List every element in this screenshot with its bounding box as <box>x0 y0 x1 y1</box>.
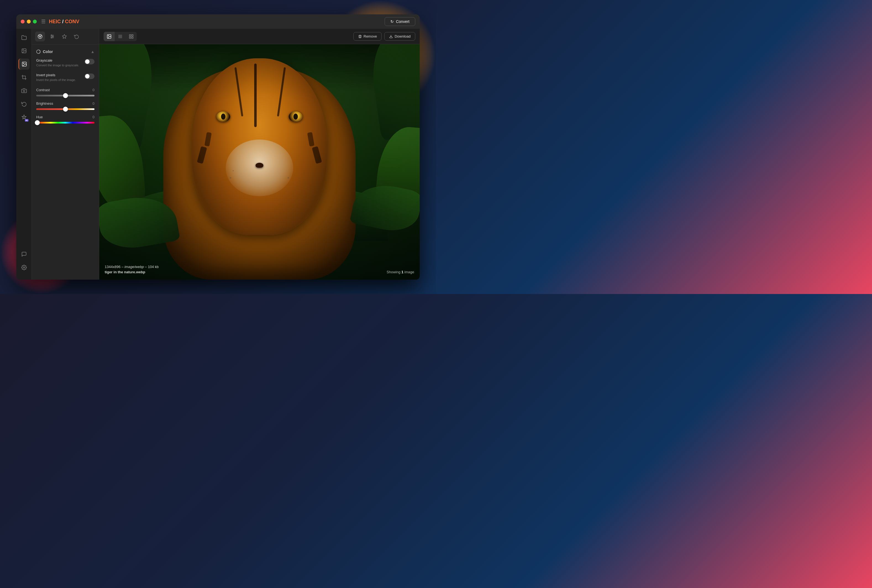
hue-slider-header: Hue 0 <box>36 115 94 119</box>
convert-icon: ↻ <box>390 20 394 24</box>
contrast-label: Contrast <box>36 88 50 92</box>
main-content: AI <box>16 29 420 280</box>
app-window: ☰ HEIC / CONV ↻ Convert <box>16 14 420 280</box>
app-title-conv: CONV <box>65 19 79 24</box>
titlebar-actions: ↻ Convert <box>385 17 415 26</box>
download-icon <box>389 34 393 38</box>
view-grid-button[interactable] <box>126 32 137 41</box>
brightness-slider-track[interactable] <box>36 108 94 110</box>
image-container: 1344x896 – image/webp – 104 kb tiger in … <box>99 44 420 280</box>
edit-panel: Color ▲ Grayscale Convert the image to g… <box>32 29 99 280</box>
traffic-lights <box>21 20 37 24</box>
image-dimensions: 1344x896 <box>105 265 120 269</box>
panel-tab-history[interactable] <box>72 32 81 42</box>
stripe-forehead-center <box>254 63 257 127</box>
image-toolbar-actions: Remove Download <box>354 32 415 40</box>
brightness-label: Brightness <box>36 101 53 105</box>
stripe-cheek-left-1 <box>197 146 207 164</box>
hue-value: 0 <box>93 115 94 119</box>
contrast-slider-header: Contrast 0 <box>36 88 94 92</box>
image-toolbar: Remove Download <box>99 29 420 44</box>
view-list-button[interactable] <box>115 32 126 41</box>
grayscale-toggle[interactable] <box>85 59 94 64</box>
collapse-color-icon[interactable]: ▲ <box>91 50 94 54</box>
hue-slider-thumb[interactable] <box>35 120 40 125</box>
showing-label: Showing <box>387 270 401 274</box>
svg-point-5 <box>23 267 25 268</box>
sidebar-item-rotate[interactable] <box>18 98 30 110</box>
remove-label: Remove <box>364 34 377 38</box>
invert-desc: Invert the pixels of the image. <box>36 78 76 82</box>
sidebar-item-chat[interactable] <box>18 249 30 260</box>
whisker-dot-2 <box>233 170 234 171</box>
hamburger-menu-icon[interactable]: ☰ <box>41 18 46 25</box>
app-title: HEIC / CONV <box>49 19 79 25</box>
image-info-overlay: 1344x896 – image/webp – 104 kb tiger in … <box>105 265 159 274</box>
maximize-button[interactable] <box>33 20 37 24</box>
svg-point-15 <box>51 37 52 38</box>
whisker-dot-3 <box>288 177 289 178</box>
grayscale-desc: Convert the image to grayscale. <box>36 63 79 68</box>
image-info-size: 1344x896 – image/webp – 104 kb <box>105 265 159 269</box>
image-count-overlay: Showing 1 image <box>387 270 414 274</box>
image-info-sep1: – <box>121 265 124 269</box>
panel-tab-color[interactable] <box>35 32 45 42</box>
panel-top-icons <box>32 29 99 43</box>
sidebar-item-camera[interactable] <box>18 85 30 96</box>
sidebar-item-settings[interactable] <box>18 262 30 273</box>
tiger-muzzle <box>226 140 293 196</box>
view-buttons <box>103 32 137 41</box>
brightness-slider-thumb[interactable] <box>63 106 68 112</box>
hue-slider-section: Hue 0 <box>36 115 94 123</box>
convert-label: Convert <box>396 20 409 24</box>
svg-rect-26 <box>132 37 133 38</box>
sidebar-bottom <box>18 249 30 276</box>
brightness-value: 0 <box>93 101 94 105</box>
svg-point-8 <box>40 36 41 36</box>
brightness-slider-section: Brightness 0 <box>36 101 94 110</box>
image-area: Remove Download <box>99 29 420 280</box>
whisker-dot-1 <box>230 177 231 178</box>
tiger-eye-left <box>216 111 230 122</box>
images-label: image <box>403 270 414 274</box>
sidebar-item-folder[interactable] <box>18 32 30 43</box>
convert-button[interactable]: ↻ Convert <box>385 17 415 26</box>
panel-section-title-color: Color <box>36 50 53 54</box>
contrast-slider-track[interactable] <box>36 95 94 96</box>
image-info-sep2: – <box>145 265 148 269</box>
sidebar-item-crop[interactable] <box>18 72 30 83</box>
download-button[interactable]: Download <box>384 32 415 40</box>
close-button[interactable] <box>21 20 25 24</box>
svg-rect-23 <box>129 34 131 36</box>
view-single-button[interactable] <box>103 32 115 41</box>
image-filename: tiger in the nature.webp <box>105 270 159 274</box>
invert-label: Invert pixels <box>36 73 76 77</box>
invert-label-group: Invert pixels Invert the pixels of the i… <box>36 73 76 82</box>
stripe-cheek-right-2 <box>307 132 315 147</box>
sidebar-item-ai[interactable]: AI <box>18 112 30 123</box>
svg-point-4 <box>23 90 25 92</box>
sidebar-icons: AI <box>16 29 32 280</box>
grayscale-row: Grayscale Convert the image to grayscale… <box>36 58 94 68</box>
contrast-slider-thumb[interactable] <box>63 93 68 98</box>
sidebar-item-image-active[interactable] <box>18 58 30 70</box>
contrast-value: 0 <box>93 88 94 92</box>
color-palette-icon <box>36 50 40 54</box>
svg-rect-24 <box>132 34 133 36</box>
app-title-sep: / <box>61 19 65 24</box>
invert-row: Invert pixels Invert the pixels of the i… <box>36 73 94 82</box>
sidebar-item-images[interactable] <box>18 45 30 56</box>
panel-section-color-label: Color <box>43 50 53 54</box>
titlebar: ☰ HEIC / CONV ↻ Convert <box>16 14 420 29</box>
hue-slider-track[interactable] <box>36 122 94 123</box>
tiger-scene: 1344x896 – image/webp – 104 kb tiger in … <box>99 44 420 280</box>
panel-divider-top <box>32 44 99 45</box>
panel-tab-filter[interactable] <box>59 32 69 42</box>
invert-toggle[interactable] <box>85 74 94 79</box>
remove-button[interactable]: Remove <box>354 32 382 40</box>
panel-tab-adjust[interactable] <box>47 32 57 42</box>
hue-label: Hue <box>36 115 43 119</box>
image-size: 104 kb <box>148 265 159 269</box>
minimize-button[interactable] <box>27 20 31 24</box>
app-title-heic: HEIC <box>49 19 61 24</box>
